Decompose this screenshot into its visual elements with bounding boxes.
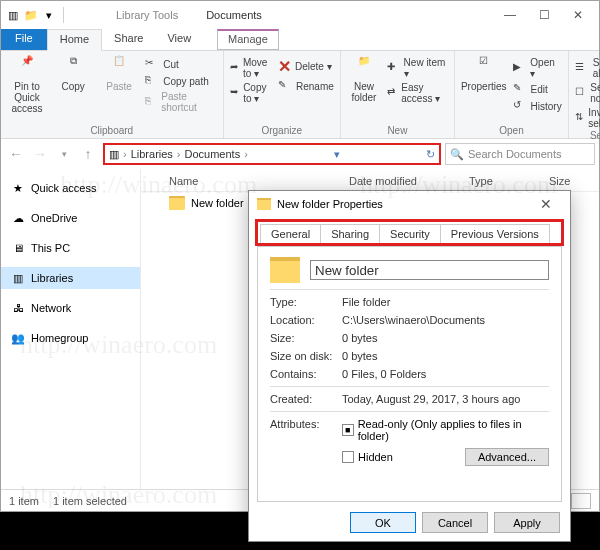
nav-onedrive[interactable]: ☁OneDrive (1, 207, 140, 229)
refresh-icon[interactable]: ↻ (426, 148, 435, 161)
readonly-checkbox[interactable]: ■Read-only (Only applies to files in fol… (342, 418, 549, 442)
tab-sharing[interactable]: Sharing (320, 224, 380, 243)
search-icon: 🔍 (450, 148, 464, 161)
history-button[interactable]: ↺History (513, 99, 563, 113)
created-label: Created: (270, 393, 342, 405)
nav-network[interactable]: 🖧Network (1, 297, 140, 319)
advanced-button[interactable]: Advanced... (465, 448, 549, 466)
edit-button[interactable]: ✎Edit (513, 82, 563, 96)
open-button[interactable]: ▶Open ▾ (513, 57, 563, 79)
copy-to-button[interactable]: ➥Copy to ▾ (230, 82, 272, 104)
new-item-button[interactable]: ✚New item ▾ (387, 57, 448, 79)
column-headers[interactable]: Name Date modified Type Size (141, 169, 599, 192)
minimize-button[interactable]: — (493, 4, 527, 26)
nav-quick-access[interactable]: ★Quick access (1, 177, 140, 199)
group-open-label: Open (461, 124, 562, 136)
large-icons-view-button[interactable] (571, 493, 591, 509)
paste-shortcut-button[interactable]: ⎘Paste shortcut (145, 91, 216, 113)
properties-button[interactable]: ☑Properties (461, 55, 507, 92)
size-value: 0 bytes (342, 332, 377, 344)
invert-selection-button[interactable]: ⇅Invert selection (575, 107, 600, 129)
rename-button[interactable]: ✎Rename (278, 79, 334, 93)
group-select-label: Select (575, 129, 600, 141)
cancel-button[interactable]: Cancel (422, 512, 488, 533)
col-size[interactable]: Size (549, 175, 589, 187)
path-icon: ⎘ (145, 74, 159, 88)
shortcut-icon: ⎘ (145, 95, 157, 109)
explorer-icon: ▥ (5, 7, 21, 23)
crumb-libraries[interactable]: Libraries (131, 148, 173, 160)
contains-value: 0 Files, 0 Folders (342, 368, 426, 380)
dropdown-history-icon[interactable]: ▾ (334, 148, 340, 161)
recent-dropdown[interactable]: ▾ (53, 143, 75, 165)
cloud-icon: ☁ (11, 211, 25, 225)
tab-home[interactable]: Home (47, 29, 102, 51)
tab-security[interactable]: Security (379, 224, 441, 243)
crumb-documents[interactable]: Documents (185, 148, 241, 160)
delete-button[interactable]: ✕Delete ▾ (278, 57, 334, 76)
col-date[interactable]: Date modified (349, 175, 469, 187)
move-to-button[interactable]: ➦Move to ▾ (230, 57, 272, 79)
apply-button[interactable]: Apply (494, 512, 560, 533)
homegroup-icon: 👥 (11, 331, 25, 345)
tab-manage[interactable]: Manage (217, 29, 279, 50)
nav-homegroup[interactable]: 👥Homegroup (1, 327, 140, 349)
edit-icon: ✎ (513, 82, 527, 96)
history-icon: ↺ (513, 99, 527, 113)
paste-button[interactable]: 📋Paste (99, 55, 139, 92)
paste-icon: 📋 (107, 55, 131, 79)
sizeondisk-value: 0 bytes (342, 350, 377, 362)
folder-icon (169, 196, 185, 210)
cut-icon: ✂ (145, 57, 159, 71)
dialog-titlebar[interactable]: New folder Properties ✕ (249, 191, 570, 217)
dialog-close-button[interactable]: ✕ (530, 196, 562, 212)
back-button[interactable]: ← (5, 143, 27, 165)
select-none-button[interactable]: ☐Select none (575, 82, 600, 104)
group-new-label: New (347, 124, 448, 136)
copy-icon: ⧉ (61, 55, 85, 79)
nav-libraries[interactable]: ▥Libraries (1, 267, 140, 289)
col-name[interactable]: Name (169, 175, 349, 187)
tab-previous-versions[interactable]: Previous Versions (440, 224, 550, 243)
network-icon: 🖧 (11, 301, 25, 315)
up-button[interactable]: ↑ (77, 143, 99, 165)
tab-share[interactable]: Share (102, 29, 155, 50)
pin-to-quick-access-button[interactable]: 📌Pin to Quick access (7, 55, 47, 114)
dialog-tabs-highlight: General Sharing Security Previous Versio… (255, 219, 564, 246)
select-none-icon: ☐ (575, 86, 586, 100)
close-button[interactable]: ✕ (561, 4, 595, 26)
breadcrumb[interactable]: ▥ › Libraries › Documents › ▾ ↻ (103, 143, 441, 165)
folder-name-input[interactable] (310, 260, 549, 280)
new-item-icon: ✚ (387, 61, 400, 75)
forward-button[interactable]: → (29, 143, 51, 165)
dialog-body: Type:File folder Location:C:\Users\winae… (257, 246, 562, 502)
select-all-icon: ☰ (575, 61, 589, 75)
new-folder-button[interactable]: 📁New folder (347, 55, 381, 103)
checkbox-icon (342, 451, 354, 463)
address-bar: ← → ▾ ↑ ▥ › Libraries › Documents › ▾ ↻ … (1, 139, 599, 169)
rename-icon: ✎ (278, 79, 292, 93)
tab-file[interactable]: File (1, 29, 47, 50)
libraries-icon: ▥ (11, 271, 25, 285)
move-icon: ➦ (230, 61, 239, 75)
folder-icon[interactable]: 📁 (23, 7, 39, 23)
tab-view[interactable]: View (155, 29, 203, 50)
folder-icon (257, 198, 271, 210)
titlebar: ▥ 📁 ▾ Library Tools Documents — ☐ ✕ (1, 1, 599, 29)
folder-big-icon (270, 257, 300, 283)
col-type[interactable]: Type (469, 175, 549, 187)
properties-icon: ☑ (472, 55, 496, 79)
easy-access-button[interactable]: ⇄Easy access ▾ (387, 82, 448, 104)
select-all-button[interactable]: ☰Select all (575, 57, 600, 79)
tab-general[interactable]: General (260, 224, 321, 243)
location-value: C:\Users\winaero\Documents (342, 314, 485, 326)
hidden-checkbox[interactable]: Hidden Advanced... (342, 448, 549, 466)
copy-button[interactable]: ⧉Copy (53, 55, 93, 92)
ok-button[interactable]: OK (350, 512, 416, 533)
nav-this-pc[interactable]: 🖥This PC (1, 237, 140, 259)
maximize-button[interactable]: ☐ (527, 4, 561, 26)
copy-path-button[interactable]: ⎘Copy path (145, 74, 216, 88)
search-input[interactable]: 🔍 Search Documents (445, 143, 595, 165)
cut-button[interactable]: ✂Cut (145, 57, 216, 71)
dropdown-icon[interactable]: ▾ (41, 7, 57, 23)
